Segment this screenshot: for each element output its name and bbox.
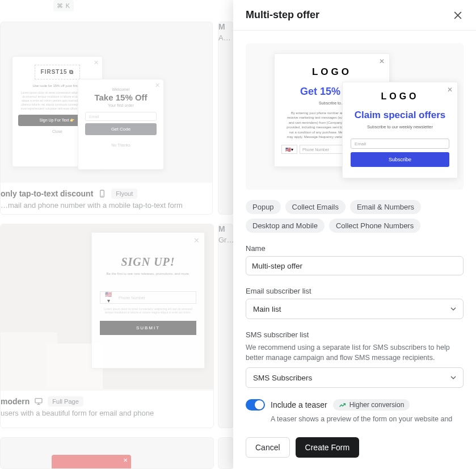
teaser-label: Include a teaser <box>271 400 327 409</box>
create-form-panel: Multi-step offer ✕ LOGO Get 15% OFF Subs… <box>233 0 476 469</box>
name-label: Name <box>246 244 464 253</box>
preview-step-2: ✕ LOGO Claim special offers Subscribe to… <box>342 82 458 178</box>
cancel-button[interactable]: Cancel <box>246 437 290 458</box>
close-icon: ✕ <box>379 57 385 65</box>
preview-claim: Claim special offers <box>351 110 449 121</box>
create-form-button[interactable]: Create Form <box>296 437 360 458</box>
email-placeholder: Email <box>351 139 449 149</box>
tag: Desktop and Mobile <box>246 219 325 233</box>
flag-icon: 🇺🇸▾ <box>281 145 297 154</box>
sms-list-group: SMS subscriber list We recommend using a… <box>246 330 464 388</box>
email-list-select[interactable]: Main list <box>246 299 464 319</box>
preview-logo: LOGO <box>351 91 449 102</box>
name-group: Name <box>246 244 464 275</box>
trend-up-icon <box>339 401 346 409</box>
preview-logo: LOGO <box>281 66 382 78</box>
email-list-group: Email subscriber list Main list <box>246 287 464 319</box>
sms-list-hint: We recommend using a separate list for S… <box>246 342 464 363</box>
panel-footer: Cancel Create Form <box>233 427 476 469</box>
panel-title: Multi-step offer <box>246 9 319 21</box>
tag-row: Popup Collect Emails Email & Numbers Des… <box>246 200 464 233</box>
email-list-label: Email subscriber list <box>246 287 464 295</box>
sms-list-select[interactable]: SMS Subscribers <box>246 367 464 388</box>
higher-conversion-badge: Higher conversion <box>333 399 410 411</box>
select-value[interactable]: SMS Subscribers <box>246 367 464 388</box>
sms-list-label: SMS subscriber list <box>246 330 464 339</box>
tag: Collect Phone Numbers <box>329 219 420 233</box>
teaser-toggle[interactable] <box>246 399 265 411</box>
tag: Collect Emails <box>285 200 346 214</box>
panel-body: ✕ LOGO Get 15% OFF Subscribe to… By ente… <box>233 31 476 427</box>
select-value[interactable]: Main list <box>246 299 464 319</box>
preview-sub: Subscribe to our weekly newsletter <box>351 124 449 129</box>
tag: Popup <box>246 200 281 214</box>
close-icon[interactable] <box>452 10 464 21</box>
form-preview: ✕ LOGO Get 15% OFF Subscribe to… By ente… <box>246 43 464 190</box>
tag: Email & Numbers <box>350 200 421 214</box>
name-input[interactable] <box>246 256 464 275</box>
close-icon: ✕ <box>447 86 453 94</box>
subscribe-button: Subscribe <box>351 152 449 167</box>
badge-text: Higher conversion <box>349 401 405 409</box>
teaser-description: A teaser shows a preview of the form on … <box>271 414 464 427</box>
teaser-group: Include a teaser Higher conversion A tea… <box>246 399 464 427</box>
panel-header: Multi-step offer <box>233 0 476 31</box>
